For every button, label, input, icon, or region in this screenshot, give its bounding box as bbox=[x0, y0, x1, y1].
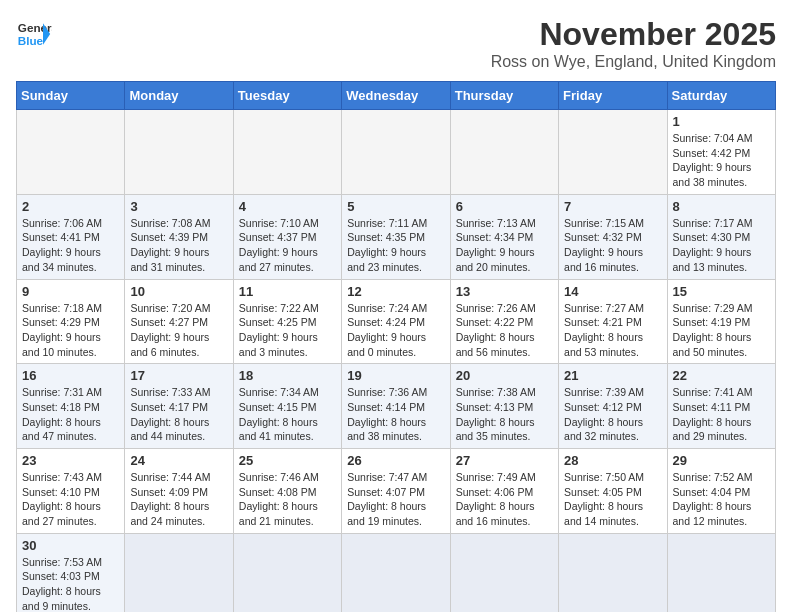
calendar-cell: 12Sunrise: 7:24 AM Sunset: 4:24 PM Dayli… bbox=[342, 279, 450, 364]
calendar-cell bbox=[233, 110, 341, 195]
calendar-cell: 28Sunrise: 7:50 AM Sunset: 4:05 PM Dayli… bbox=[559, 449, 667, 534]
day-info: Sunrise: 7:26 AM Sunset: 4:22 PM Dayligh… bbox=[456, 301, 553, 360]
calendar-cell: 16Sunrise: 7:31 AM Sunset: 4:18 PM Dayli… bbox=[17, 364, 125, 449]
calendar-cell: 14Sunrise: 7:27 AM Sunset: 4:21 PM Dayli… bbox=[559, 279, 667, 364]
calendar-week-row: 30Sunrise: 7:53 AM Sunset: 4:03 PM Dayli… bbox=[17, 533, 776, 612]
calendar-week-row: 9Sunrise: 7:18 AM Sunset: 4:29 PM Daylig… bbox=[17, 279, 776, 364]
calendar-cell bbox=[559, 110, 667, 195]
day-info: Sunrise: 7:22 AM Sunset: 4:25 PM Dayligh… bbox=[239, 301, 336, 360]
calendar-cell: 10Sunrise: 7:20 AM Sunset: 4:27 PM Dayli… bbox=[125, 279, 233, 364]
day-number: 7 bbox=[564, 199, 661, 214]
day-number: 22 bbox=[673, 368, 770, 383]
day-info: Sunrise: 7:06 AM Sunset: 4:41 PM Dayligh… bbox=[22, 216, 119, 275]
day-info: Sunrise: 7:36 AM Sunset: 4:14 PM Dayligh… bbox=[347, 385, 444, 444]
calendar-cell: 23Sunrise: 7:43 AM Sunset: 4:10 PM Dayli… bbox=[17, 449, 125, 534]
day-info: Sunrise: 7:38 AM Sunset: 4:13 PM Dayligh… bbox=[456, 385, 553, 444]
calendar-cell: 17Sunrise: 7:33 AM Sunset: 4:17 PM Dayli… bbox=[125, 364, 233, 449]
day-info: Sunrise: 7:20 AM Sunset: 4:27 PM Dayligh… bbox=[130, 301, 227, 360]
svg-text:Blue: Blue bbox=[18, 34, 44, 47]
page-header: General Blue November 2025 Ross on Wye, … bbox=[16, 16, 776, 71]
calendar-cell bbox=[450, 110, 558, 195]
calendar-cell: 5Sunrise: 7:11 AM Sunset: 4:35 PM Daylig… bbox=[342, 194, 450, 279]
day-number: 29 bbox=[673, 453, 770, 468]
day-number: 1 bbox=[673, 114, 770, 129]
day-info: Sunrise: 7:11 AM Sunset: 4:35 PM Dayligh… bbox=[347, 216, 444, 275]
day-info: Sunrise: 7:44 AM Sunset: 4:09 PM Dayligh… bbox=[130, 470, 227, 529]
day-number: 27 bbox=[456, 453, 553, 468]
weekday-header-monday: Monday bbox=[125, 82, 233, 110]
day-number: 19 bbox=[347, 368, 444, 383]
day-info: Sunrise: 7:46 AM Sunset: 4:08 PM Dayligh… bbox=[239, 470, 336, 529]
calendar-cell: 19Sunrise: 7:36 AM Sunset: 4:14 PM Dayli… bbox=[342, 364, 450, 449]
day-number: 16 bbox=[22, 368, 119, 383]
day-info: Sunrise: 7:33 AM Sunset: 4:17 PM Dayligh… bbox=[130, 385, 227, 444]
weekday-header-thursday: Thursday bbox=[450, 82, 558, 110]
calendar-cell: 26Sunrise: 7:47 AM Sunset: 4:07 PM Dayli… bbox=[342, 449, 450, 534]
day-number: 2 bbox=[22, 199, 119, 214]
calendar-cell: 1Sunrise: 7:04 AM Sunset: 4:42 PM Daylig… bbox=[667, 110, 775, 195]
day-info: Sunrise: 7:18 AM Sunset: 4:29 PM Dayligh… bbox=[22, 301, 119, 360]
calendar-cell bbox=[233, 533, 341, 612]
day-number: 10 bbox=[130, 284, 227, 299]
weekday-header-sunday: Sunday bbox=[17, 82, 125, 110]
calendar-cell bbox=[125, 533, 233, 612]
weekday-header-saturday: Saturday bbox=[667, 82, 775, 110]
calendar-cell: 8Sunrise: 7:17 AM Sunset: 4:30 PM Daylig… bbox=[667, 194, 775, 279]
calendar-cell bbox=[342, 533, 450, 612]
location-title: Ross on Wye, England, United Kingdom bbox=[491, 53, 776, 71]
calendar-cell: 2Sunrise: 7:06 AM Sunset: 4:41 PM Daylig… bbox=[17, 194, 125, 279]
calendar-cell: 21Sunrise: 7:39 AM Sunset: 4:12 PM Dayli… bbox=[559, 364, 667, 449]
day-info: Sunrise: 7:10 AM Sunset: 4:37 PM Dayligh… bbox=[239, 216, 336, 275]
calendar-cell: 18Sunrise: 7:34 AM Sunset: 4:15 PM Dayli… bbox=[233, 364, 341, 449]
logo: General Blue bbox=[16, 16, 52, 52]
day-number: 8 bbox=[673, 199, 770, 214]
calendar-cell: 24Sunrise: 7:44 AM Sunset: 4:09 PM Dayli… bbox=[125, 449, 233, 534]
day-info: Sunrise: 7:08 AM Sunset: 4:39 PM Dayligh… bbox=[130, 216, 227, 275]
day-number: 26 bbox=[347, 453, 444, 468]
day-info: Sunrise: 7:43 AM Sunset: 4:10 PM Dayligh… bbox=[22, 470, 119, 529]
weekday-header-tuesday: Tuesday bbox=[233, 82, 341, 110]
day-number: 20 bbox=[456, 368, 553, 383]
day-number: 4 bbox=[239, 199, 336, 214]
day-number: 18 bbox=[239, 368, 336, 383]
calendar-week-row: 1Sunrise: 7:04 AM Sunset: 4:42 PM Daylig… bbox=[17, 110, 776, 195]
day-info: Sunrise: 7:31 AM Sunset: 4:18 PM Dayligh… bbox=[22, 385, 119, 444]
calendar-cell: 20Sunrise: 7:38 AM Sunset: 4:13 PM Dayli… bbox=[450, 364, 558, 449]
day-number: 9 bbox=[22, 284, 119, 299]
day-info: Sunrise: 7:49 AM Sunset: 4:06 PM Dayligh… bbox=[456, 470, 553, 529]
day-info: Sunrise: 7:47 AM Sunset: 4:07 PM Dayligh… bbox=[347, 470, 444, 529]
calendar-cell: 22Sunrise: 7:41 AM Sunset: 4:11 PM Dayli… bbox=[667, 364, 775, 449]
calendar-cell: 7Sunrise: 7:15 AM Sunset: 4:32 PM Daylig… bbox=[559, 194, 667, 279]
day-info: Sunrise: 7:27 AM Sunset: 4:21 PM Dayligh… bbox=[564, 301, 661, 360]
day-info: Sunrise: 7:17 AM Sunset: 4:30 PM Dayligh… bbox=[673, 216, 770, 275]
weekday-header-friday: Friday bbox=[559, 82, 667, 110]
calendar-cell bbox=[559, 533, 667, 612]
calendar-week-row: 23Sunrise: 7:43 AM Sunset: 4:10 PM Dayli… bbox=[17, 449, 776, 534]
day-number: 21 bbox=[564, 368, 661, 383]
day-info: Sunrise: 7:52 AM Sunset: 4:04 PM Dayligh… bbox=[673, 470, 770, 529]
calendar-cell bbox=[342, 110, 450, 195]
title-area: November 2025 Ross on Wye, England, Unit… bbox=[491, 16, 776, 71]
day-number: 6 bbox=[456, 199, 553, 214]
day-info: Sunrise: 7:24 AM Sunset: 4:24 PM Dayligh… bbox=[347, 301, 444, 360]
day-number: 17 bbox=[130, 368, 227, 383]
day-info: Sunrise: 7:15 AM Sunset: 4:32 PM Dayligh… bbox=[564, 216, 661, 275]
calendar-cell bbox=[17, 110, 125, 195]
weekday-header-wednesday: Wednesday bbox=[342, 82, 450, 110]
day-number: 12 bbox=[347, 284, 444, 299]
day-info: Sunrise: 7:04 AM Sunset: 4:42 PM Dayligh… bbox=[673, 131, 770, 190]
day-info: Sunrise: 7:34 AM Sunset: 4:15 PM Dayligh… bbox=[239, 385, 336, 444]
month-title: November 2025 bbox=[491, 16, 776, 53]
day-number: 15 bbox=[673, 284, 770, 299]
day-info: Sunrise: 7:53 AM Sunset: 4:03 PM Dayligh… bbox=[22, 555, 119, 612]
calendar-table: SundayMondayTuesdayWednesdayThursdayFrid… bbox=[16, 81, 776, 612]
day-number: 3 bbox=[130, 199, 227, 214]
calendar-cell: 30Sunrise: 7:53 AM Sunset: 4:03 PM Dayli… bbox=[17, 533, 125, 612]
calendar-week-row: 2Sunrise: 7:06 AM Sunset: 4:41 PM Daylig… bbox=[17, 194, 776, 279]
day-number: 23 bbox=[22, 453, 119, 468]
calendar-cell: 4Sunrise: 7:10 AM Sunset: 4:37 PM Daylig… bbox=[233, 194, 341, 279]
calendar-cell: 6Sunrise: 7:13 AM Sunset: 4:34 PM Daylig… bbox=[450, 194, 558, 279]
calendar-cell: 27Sunrise: 7:49 AM Sunset: 4:06 PM Dayli… bbox=[450, 449, 558, 534]
calendar-week-row: 16Sunrise: 7:31 AM Sunset: 4:18 PM Dayli… bbox=[17, 364, 776, 449]
day-info: Sunrise: 7:13 AM Sunset: 4:34 PM Dayligh… bbox=[456, 216, 553, 275]
